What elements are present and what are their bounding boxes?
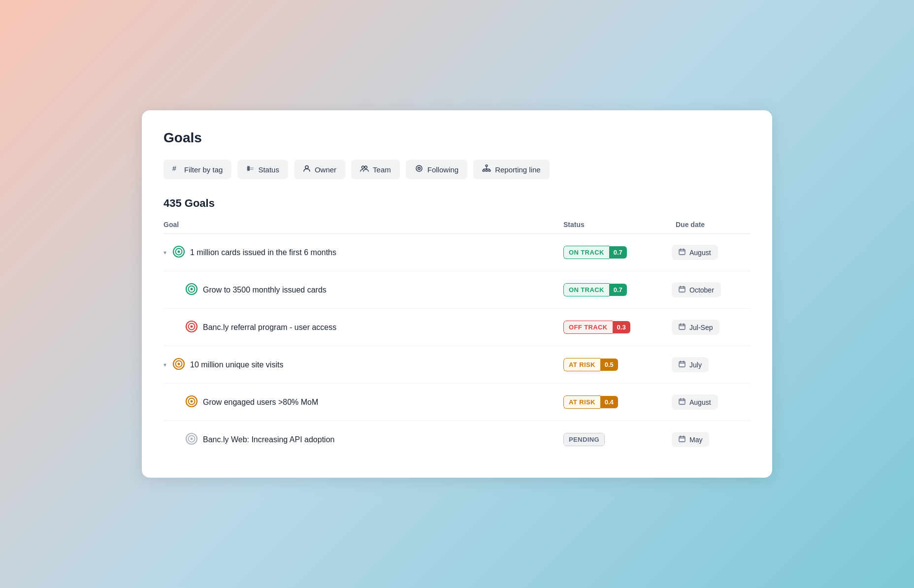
goal-name: Banc.ly Web: Increasing API adoption [163, 432, 563, 447]
status-text: PENDING [563, 433, 605, 446]
filter-following-icon [415, 164, 424, 174]
svg-rect-36 [679, 325, 685, 330]
table-row[interactable]: ▾ 10 million unique site visits AT RISK … [163, 346, 751, 384]
table-header: Goal Status Due date [163, 216, 751, 234]
status-badge: ON TRACK 0.7 [563, 246, 672, 259]
due-date-text: August [689, 249, 711, 257]
filter-team-icon [360, 164, 369, 174]
goal-title: Banc.ly Web: Increasing API adoption [203, 435, 334, 444]
svg-point-9 [419, 168, 420, 169]
goal-icon [172, 245, 185, 260]
svg-rect-11 [483, 170, 485, 171]
svg-point-28 [191, 288, 193, 290]
goal-icon [172, 358, 185, 372]
svg-point-35 [191, 325, 193, 327]
svg-rect-57 [679, 437, 685, 442]
due-date: August [672, 245, 751, 260]
goal-title: Grow to 3500 monthly issued cards [203, 286, 326, 294]
status-score: 0.4 [600, 396, 618, 408]
status-text: ON TRACK [563, 246, 609, 259]
svg-rect-1 [247, 166, 250, 171]
status-score: 0.7 [609, 246, 627, 259]
calendar-icon [679, 323, 686, 331]
goal-icon [185, 395, 198, 410]
calendar-icon [679, 398, 686, 406]
status-score: 0.7 [609, 284, 627, 296]
calendar-icon [679, 286, 686, 294]
status-text: ON TRACK [563, 283, 609, 296]
svg-text:#: # [172, 164, 176, 172]
filter-btn-filter-following[interactable]: Following [406, 160, 467, 179]
table-row[interactable]: Grow engaged users >80% MoM AT RISK 0.4 … [163, 384, 751, 421]
svg-point-21 [178, 250, 180, 253]
svg-rect-22 [679, 250, 685, 255]
filter-btn-filter-tag[interactable]: # Filter by tag [163, 160, 231, 179]
due-date: Jul-Sep [672, 320, 751, 335]
svg-rect-29 [679, 287, 685, 293]
svg-point-56 [191, 437, 193, 440]
svg-rect-50 [679, 399, 685, 405]
svg-rect-10 [486, 165, 488, 166]
calendar-icon [679, 248, 686, 257]
due-date: October [672, 282, 751, 297]
status-text: AT RISK [563, 358, 600, 371]
filter-reporting-label: Reporting line [495, 165, 541, 174]
filter-btn-filter-status[interactable]: Status [237, 160, 288, 179]
chevron-icon[interactable]: ▾ [163, 249, 166, 256]
status-badge: AT RISK 0.4 [563, 395, 672, 409]
goal-icon [185, 432, 198, 447]
goal-title: Grow engaged users >80% MoM [203, 398, 318, 407]
due-date-text: May [689, 436, 702, 444]
filter-status-icon [246, 164, 254, 174]
due-date-text: August [689, 398, 711, 406]
goal-title: 1 million cards issued in the first 6 mo… [190, 248, 336, 257]
status-badge: ON TRACK 0.7 [563, 283, 672, 296]
goal-title: Banc.ly referral program - user access [203, 323, 336, 332]
goal-name: ▾ 1 million cards issued in the first 6 … [163, 245, 563, 260]
table-row[interactable]: Banc.ly referral program - user access O… [163, 309, 751, 346]
table-row[interactable]: Banc.ly Web: Increasing API adoptionPEND… [163, 421, 751, 458]
svg-rect-12 [486, 170, 488, 171]
due-date: August [672, 394, 751, 410]
chevron-icon[interactable]: ▾ [163, 361, 166, 368]
svg-point-4 [305, 166, 308, 169]
goal-name: ▾ 10 million unique site visits [163, 358, 563, 372]
due-date-text: July [689, 361, 702, 369]
svg-point-6 [365, 166, 367, 168]
status-text: OFF TRACK [563, 321, 613, 334]
col-header-duedate: Due date [672, 221, 751, 229]
svg-point-5 [362, 166, 364, 168]
filter-team-label: Team [373, 165, 391, 174]
col-header-status: Status [563, 221, 672, 229]
due-date: July [672, 357, 751, 372]
filter-owner-icon [303, 164, 311, 174]
goal-name: Grow to 3500 monthly issued cards [163, 283, 563, 297]
filter-btn-filter-owner[interactable]: Owner [294, 160, 345, 179]
calendar-icon [679, 435, 686, 444]
filter-btn-filter-reporting[interactable]: Reporting line [473, 160, 550, 179]
goal-name: Grow engaged users >80% MoM [163, 395, 563, 410]
filter-status-label: Status [258, 165, 279, 174]
status-badge: OFF TRACK 0.3 [563, 321, 672, 334]
goals-count: 435 Goals [163, 197, 751, 210]
table-row[interactable]: ▾ 1 million cards issued in the first 6 … [163, 234, 751, 271]
svg-rect-13 [489, 170, 490, 171]
due-date-text: Jul-Sep [689, 324, 713, 331]
page-title: Goals [163, 130, 751, 146]
svg-rect-2 [247, 167, 254, 168]
svg-point-49 [191, 400, 193, 402]
goal-title: 10 million unique site visits [190, 360, 283, 369]
main-card: Goals # Filter by tag Status Owner Team … [142, 110, 772, 478]
table-row[interactable]: Grow to 3500 monthly issued cards ON TRA… [163, 271, 751, 309]
goal-icon [185, 320, 198, 335]
status-score: 0.3 [613, 321, 630, 333]
goal-name: Banc.ly referral program - user access [163, 320, 563, 335]
due-date: May [672, 432, 751, 447]
calendar-icon [679, 360, 686, 369]
filter-tag-label: Filter by tag [184, 165, 223, 174]
filter-reporting-icon [482, 164, 491, 174]
status-text: AT RISK [563, 395, 600, 409]
status-badge: AT RISK 0.5 [563, 358, 672, 371]
goal-icon [185, 283, 198, 297]
filter-btn-filter-team[interactable]: Team [351, 160, 400, 179]
